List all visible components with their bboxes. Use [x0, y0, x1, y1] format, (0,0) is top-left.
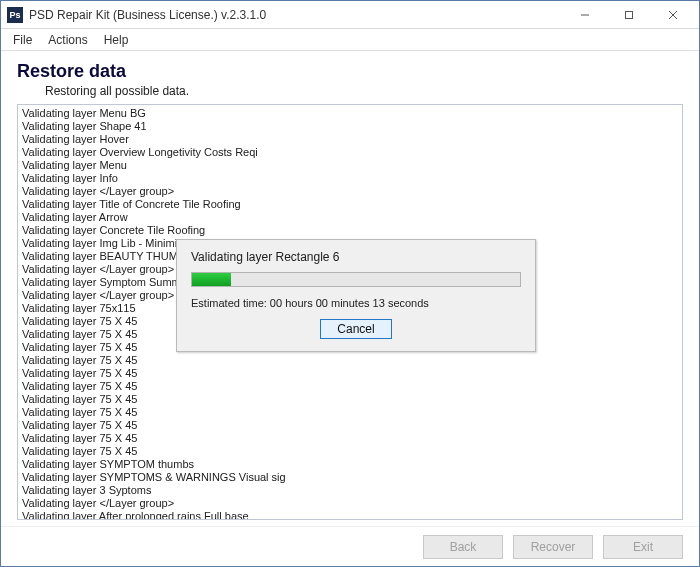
log-line: Validating layer 75 X 45 [22, 445, 678, 458]
log-line: Validating layer SYMPTOM thumbs [22, 458, 678, 471]
menubar: File Actions Help [1, 29, 699, 51]
log-line: Validating layer Info [22, 172, 678, 185]
cancel-button[interactable]: Cancel [320, 319, 391, 339]
menu-help[interactable]: Help [96, 31, 137, 49]
log-line: Validating layer 75 X 45 [22, 367, 678, 380]
close-icon [668, 10, 678, 20]
log-line: Validating layer </Layer group> [22, 185, 678, 198]
progress-bar [191, 272, 521, 287]
window-title: PSD Repair Kit (Business License.) v.2.3… [29, 8, 563, 22]
modal-button-row: Cancel [191, 319, 521, 339]
log-line: Validating layer Arrow [22, 211, 678, 224]
app-window: Ps PSD Repair Kit (Business License.) v.… [0, 0, 700, 567]
log-line: Validating layer SYMPTOMS & WARNINGS Vis… [22, 471, 678, 484]
log-line: Validating layer 75 X 45 [22, 354, 678, 367]
log-line: Validating layer Concrete Tile Roofing [22, 224, 678, 237]
log-line: Validating layer Title of Concrete Tile … [22, 198, 678, 211]
progress-dialog: Validating layer Rectangle 6 Estimated t… [176, 239, 536, 352]
menu-file[interactable]: File [5, 31, 40, 49]
page-subtitle: Restoring all possible data. [45, 84, 683, 98]
page-title: Restore data [17, 61, 683, 82]
window-controls [563, 2, 695, 28]
log-line: Validating layer Menu BG [22, 107, 678, 120]
log-line: Validating layer 75 X 45 [22, 380, 678, 393]
app-icon: Ps [7, 7, 23, 23]
maximize-button[interactable] [607, 2, 651, 28]
log-line: Validating layer 75 X 45 [22, 432, 678, 445]
svg-rect-1 [626, 11, 633, 18]
progress-fill [192, 273, 231, 286]
button-bar: Back Recover Exit [1, 526, 699, 566]
menu-actions[interactable]: Actions [40, 31, 95, 49]
recover-button[interactable]: Recover [513, 535, 593, 559]
log-line: Validating layer Menu [22, 159, 678, 172]
log-line: Validating layer </Layer group> [22, 497, 678, 510]
back-button[interactable]: Back [423, 535, 503, 559]
log-line: Validating layer 75 X 45 [22, 406, 678, 419]
minimize-button[interactable] [563, 2, 607, 28]
log-line: Validating layer After prolonged rains F… [22, 510, 678, 520]
log-line: Validating layer 3 Syptoms [22, 484, 678, 497]
progress-label: Validating layer Rectangle 6 [191, 250, 521, 264]
log-line: Validating layer Overview Longetivity Co… [22, 146, 678, 159]
log-line: Validating layer Shape 41 [22, 120, 678, 133]
close-button[interactable] [651, 2, 695, 28]
minimize-icon [580, 10, 590, 20]
log-line: Validating layer 75 X 45 [22, 419, 678, 432]
maximize-icon [624, 10, 634, 20]
estimate-label: Estimated time: 00 hours 00 minutes 13 s… [191, 297, 521, 309]
log-line: Validating layer 75 X 45 [22, 393, 678, 406]
exit-button[interactable]: Exit [603, 535, 683, 559]
titlebar: Ps PSD Repair Kit (Business License.) v.… [1, 1, 699, 29]
log-line: Validating layer Hover [22, 133, 678, 146]
